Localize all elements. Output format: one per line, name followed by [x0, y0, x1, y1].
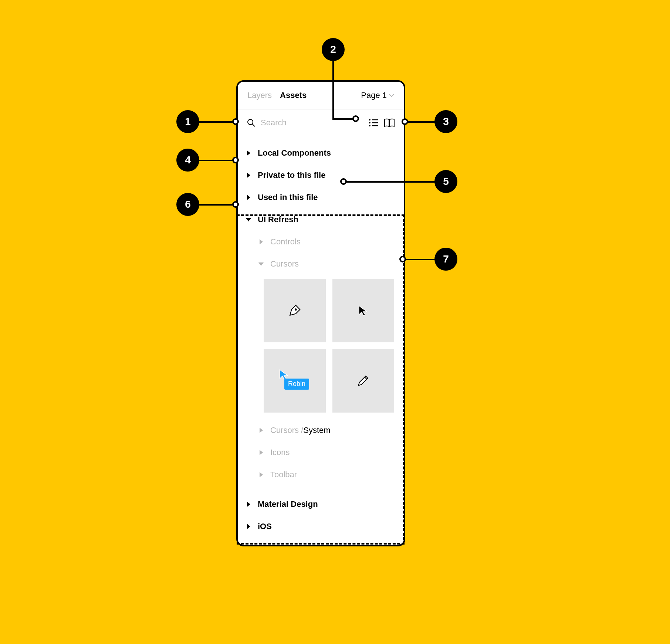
callout-pin: [399, 256, 406, 262]
component-thumbnail-arrow[interactable]: [332, 279, 395, 342]
section-label-prefix: Cursors /: [270, 426, 303, 435]
panel-tabs: Layers Assets Page 1: [238, 82, 404, 109]
section-label: Used in this file: [258, 193, 318, 202]
callout-badge-4: 4: [176, 149, 199, 172]
section-label: Cursors: [270, 259, 299, 269]
assets-panel: Layers Assets Page 1 Local Components: [236, 80, 405, 546]
section-label: UI Refresh: [258, 215, 298, 224]
disclosure-arrow-icon: [246, 524, 251, 529]
pencil-icon: [357, 374, 369, 387]
section-label: Controls: [270, 237, 301, 247]
disclosure-arrow-icon: [246, 218, 251, 221]
disclosure-arrow-icon: [258, 239, 264, 244]
page-selector[interactable]: Page 1: [361, 91, 394, 100]
section-label: Local Components: [258, 148, 331, 158]
section-label: Material Design: [258, 499, 318, 509]
callout-line: [199, 204, 234, 206]
section-controls[interactable]: Controls: [238, 231, 404, 253]
section-label-suffix: System: [303, 426, 330, 435]
section-label: iOS: [258, 522, 272, 531]
callout-line: [345, 181, 435, 183]
disclosure-arrow-icon: [258, 450, 264, 455]
svg-point-8: [295, 308, 297, 311]
search-icon: [247, 118, 256, 127]
callout-pin: [402, 118, 408, 125]
page-selector-label: Page 1: [361, 91, 387, 100]
disclosure-arrow-icon: [258, 428, 264, 433]
callout-pin: [232, 201, 239, 208]
section-cursors[interactable]: Cursors: [238, 253, 404, 275]
section-toolbar[interactable]: Toolbar: [238, 464, 404, 486]
svg-point-2: [369, 119, 370, 121]
library-icon[interactable]: [384, 118, 395, 128]
section-icons[interactable]: Icons: [238, 441, 404, 464]
svg-line-1: [252, 124, 255, 126]
assets-tree: Local Components Private to this file Us…: [238, 136, 404, 543]
section-used-in-file[interactable]: Used in this file: [238, 186, 404, 209]
svg-point-0: [248, 119, 253, 125]
collab-cursor-label: Robin: [284, 379, 309, 390]
component-thumbnail-pencil[interactable]: [332, 349, 395, 413]
callout-line: [332, 118, 355, 120]
callout-badge-2: 2: [322, 38, 345, 61]
cursor-thumbnails: Robin: [238, 275, 404, 419]
tab-assets[interactable]: Assets: [280, 91, 307, 100]
disclosure-arrow-icon: [258, 472, 264, 477]
section-ios[interactable]: iOS: [238, 515, 404, 538]
callout-line: [407, 121, 435, 123]
callout-pin: [232, 157, 239, 163]
component-thumbnail-collab-cursor[interactable]: Robin: [264, 349, 326, 413]
callout-line: [199, 160, 234, 161]
callout-badge-6: 6: [176, 193, 199, 216]
disclosure-arrow-icon: [246, 502, 251, 507]
chevron-down-icon: [389, 94, 394, 97]
search-row: [238, 109, 404, 136]
section-label: Private to this file: [258, 170, 325, 180]
callout-badge-7: 7: [434, 248, 457, 271]
section-private-to-file[interactable]: Private to this file: [238, 164, 404, 186]
section-cursors-system[interactable]: Cursors / System: [238, 419, 404, 441]
component-thumbnail-pen[interactable]: [264, 279, 326, 342]
svg-point-6: [369, 125, 370, 126]
callout-badge-3: 3: [434, 110, 457, 133]
callout-line: [199, 121, 234, 123]
arrow-cursor-icon: [357, 304, 369, 317]
tab-layers[interactable]: Layers: [247, 91, 272, 100]
section-local-components[interactable]: Local Components: [238, 142, 404, 164]
section-label: Toolbar: [270, 470, 297, 479]
disclosure-arrow-icon: [246, 173, 251, 178]
callout-pin: [232, 118, 239, 125]
callout-pin: [340, 178, 347, 185]
callout-pin: [352, 115, 359, 122]
disclosure-arrow-icon: [246, 195, 251, 200]
svg-point-4: [369, 122, 370, 123]
pen-tool-icon: [288, 304, 301, 317]
callout-line: [405, 259, 435, 260]
callout-line: [332, 61, 334, 118]
callout-badge-5: 5: [434, 170, 457, 193]
section-ui-refresh[interactable]: UI Refresh: [238, 209, 404, 231]
disclosure-arrow-icon: [258, 262, 264, 266]
section-label: Icons: [270, 448, 290, 457]
callout-badge-1: 1: [176, 110, 199, 133]
section-material-design[interactable]: Material Design: [238, 493, 404, 515]
disclosure-arrow-icon: [246, 150, 251, 156]
list-view-icon[interactable]: [368, 118, 379, 128]
